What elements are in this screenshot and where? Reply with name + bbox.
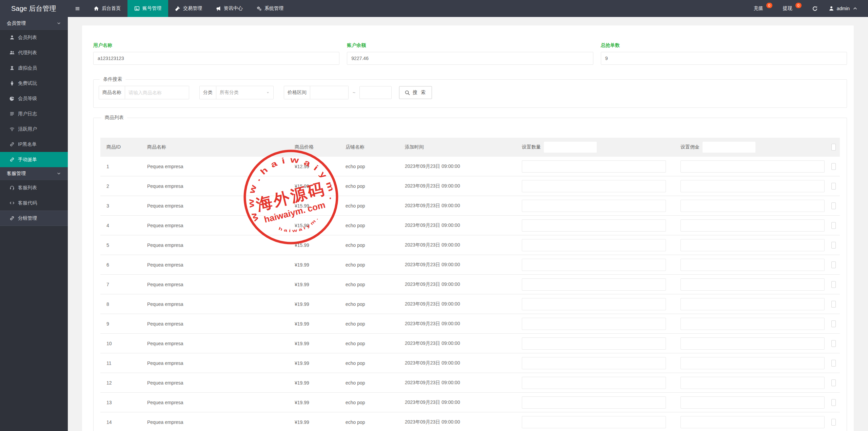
cell-product-name: Pequea empresa (141, 255, 289, 275)
sidebar-entry[interactable]: 手动派单 (0, 152, 68, 167)
quantity-input[interactable] (522, 259, 666, 271)
sidebar-entry[interactable]: 活跃用户 (0, 121, 68, 137)
select-all-checkbox[interactable] (831, 144, 836, 151)
cell-add-time: 2023年09月23日 09:00:00 (399, 373, 516, 393)
nav-tab[interactable]: 账号管理 (127, 0, 168, 17)
quantity-input[interactable] (522, 160, 666, 173)
nav-tab[interactable]: 交易管理 (168, 0, 209, 17)
user-menu[interactable]: admin (823, 0, 863, 17)
product-table-header: 商品ID 商品名称 商品价格 店铺名称 添加时间 设置数量 (100, 138, 840, 157)
nav-tab[interactable]: 后台首页 (87, 0, 127, 17)
cell-product-price: ¥15.99 (289, 216, 339, 235)
balance-input[interactable] (347, 52, 593, 65)
commission-input[interactable] (680, 298, 825, 310)
set-quantity-all-input[interactable] (544, 142, 597, 153)
commission-input[interactable] (680, 200, 825, 212)
quantity-input[interactable] (522, 357, 666, 369)
sidebar-entry[interactable]: 会员管理 (0, 17, 68, 30)
hamburger-icon (75, 6, 80, 11)
recharge-button[interactable]: 充值 0 (748, 0, 777, 17)
nav-tab[interactable]: 资讯中心 (209, 0, 250, 17)
withdraw-badge: 0 (795, 3, 802, 8)
commission-input[interactable] (680, 160, 825, 173)
col-header-quantity: 设置数量 (522, 144, 541, 150)
row-checkbox[interactable] (831, 320, 836, 327)
sidebar: 会员管理 会员列表 代理列表 虚拟会员 (0, 17, 68, 431)
caret-up-icon (852, 6, 858, 11)
commission-input[interactable] (680, 396, 825, 409)
withdraw-label: 提现 (783, 5, 792, 12)
commission-input[interactable] (680, 259, 825, 271)
row-checkbox[interactable] (831, 202, 836, 209)
quantity-input[interactable] (522, 318, 666, 330)
order-count-input[interactable] (601, 52, 847, 65)
cell-product-id: 10 (100, 334, 141, 353)
quantity-input[interactable] (522, 200, 666, 212)
commission-input[interactable] (680, 416, 825, 428)
row-checkbox[interactable] (831, 183, 836, 190)
link-icon (9, 142, 15, 147)
commission-input[interactable] (680, 219, 825, 232)
quantity-input[interactable] (522, 396, 666, 409)
row-checkbox[interactable] (831, 360, 836, 367)
sidebar-entry[interactable]: 客服列表 (0, 180, 68, 195)
commission-input[interactable] (680, 337, 825, 350)
quantity-input[interactable] (522, 337, 666, 350)
row-checkbox[interactable] (831, 222, 836, 229)
sidebar-entry[interactable]: 用户日志 (0, 106, 68, 121)
app-logo: Sage 后台管理 (0, 0, 68, 17)
sidebar-entry[interactable]: 代理列表 (0, 45, 68, 60)
cell-product-price: ¥19.99 (289, 294, 339, 314)
cell-add-time: 2023年09月23日 09:00:00 (399, 334, 516, 353)
sidebar-entry[interactable]: 客服管理 (0, 167, 68, 180)
quantity-input[interactable] (522, 239, 666, 251)
content-card: 用户名称 账户余额 总抢单数 条件搜索 商品名称 (82, 25, 854, 431)
product-name-input[interactable] (125, 86, 189, 99)
cell-product-id: 5 (100, 235, 141, 255)
sidebar-entry[interactable]: 免费试玩 (0, 76, 68, 91)
male-icon (9, 81, 15, 86)
sidebar-entry[interactable]: IP黑名单 (0, 137, 68, 152)
quantity-input[interactable] (522, 278, 666, 291)
commission-input[interactable] (680, 318, 825, 330)
quantity-input[interactable] (522, 377, 666, 389)
sidebar-entry[interactable]: 会员等级 (0, 91, 68, 106)
sidebar-entry[interactable]: 分组管理 (0, 211, 68, 226)
row-checkbox[interactable] (831, 379, 836, 386)
commission-input[interactable] (680, 377, 825, 389)
row-checkbox[interactable] (831, 301, 836, 308)
price-max-input[interactable] (359, 86, 392, 99)
headset-icon (9, 185, 15, 190)
commission-input[interactable] (680, 357, 825, 369)
sidebar-entry[interactable]: 虚拟会员 (0, 60, 68, 76)
set-commission-all-input[interactable] (703, 142, 755, 153)
sidebar-entry[interactable]: 客服代码 (0, 195, 68, 211)
row-checkbox[interactable] (831, 242, 836, 249)
row-checkbox[interactable] (831, 399, 836, 406)
commission-input[interactable] (680, 180, 825, 192)
nav-tab[interactable]: 系统管理 (250, 0, 290, 17)
row-checkbox[interactable] (831, 261, 836, 268)
quantity-input[interactable] (522, 416, 666, 428)
cell-product-price: ¥19.99 (289, 314, 339, 334)
withdraw-button[interactable]: 提现 0 (777, 0, 807, 17)
cell-add-time: 2023年09月23日 09:00:00 (399, 412, 516, 431)
row-checkbox[interactable] (831, 281, 836, 288)
cell-add-time: 2023年09月23日 09:00:00 (399, 157, 516, 176)
price-min-input[interactable] (310, 86, 348, 99)
recharge-badge: 0 (766, 3, 772, 8)
row-checkbox[interactable] (831, 163, 836, 170)
refresh-button[interactable] (807, 0, 823, 17)
row-checkbox[interactable] (831, 419, 836, 426)
username-input[interactable] (93, 52, 339, 65)
sidebar-entry[interactable]: 会员列表 (0, 30, 68, 45)
commission-input[interactable] (680, 239, 825, 251)
row-checkbox[interactable] (831, 340, 836, 347)
quantity-input[interactable] (522, 219, 666, 232)
commission-input[interactable] (680, 278, 825, 291)
search-button[interactable]: 搜 索 (399, 86, 432, 99)
quantity-input[interactable] (522, 180, 666, 192)
category-select[interactable]: 所有分类 (216, 86, 273, 99)
sidebar-toggle-button[interactable] (68, 0, 87, 17)
quantity-input[interactable] (522, 298, 666, 310)
